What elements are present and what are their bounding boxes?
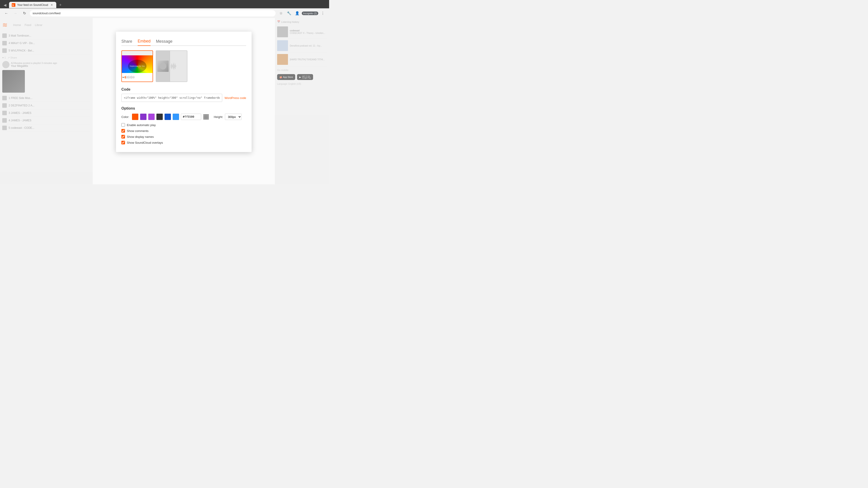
google-play-button[interactable]: ▶ GET IT ONGoogle Play (297, 74, 313, 80)
incognito-badge[interactable]: Incognito (2) (302, 11, 318, 15)
code-section: Code WordPress code (121, 88, 246, 102)
swatch-blue-dark[interactable] (164, 113, 171, 120)
color-options-row: Color: (121, 113, 246, 120)
show-comments-checkbox[interactable] (121, 129, 125, 133)
options-section: Options Color: (121, 106, 246, 144)
back-button[interactable]: ← (3, 10, 10, 17)
google-play-label: GET IT ONGoogle Play (302, 75, 311, 78)
right-sidebar: 📅 Listening history codeeast CODECAST X … (275, 18, 329, 184)
options-title: Options (121, 106, 246, 110)
left-sidebar: ≋ Home Feed Librar 3 Matt Tomlinson... 4… (0, 18, 93, 184)
color-grid-button[interactable] (203, 113, 209, 120)
feed-item-2: 4 MiKeY G VIP - Do... (2, 39, 90, 47)
code-row: WordPress code (121, 94, 246, 102)
url-input[interactable]: soundcloud.com/feed (33, 11, 273, 15)
swatch-orange[interactable] (132, 113, 138, 120)
main-content: Share Embed Message September (93, 18, 275, 184)
browser-tab-active[interactable]: S Your feed on SoundCloud ✕ (9, 2, 56, 8)
show-overlays-checkbox[interactable] (121, 141, 125, 144)
app-store-button[interactable]: 🍎 App Store (277, 74, 295, 80)
reload-button[interactable]: ↻ (21, 10, 28, 17)
swatch-purple-light[interactable] (148, 113, 155, 120)
tab-nav-back[interactable]: ◀ (2, 2, 8, 8)
code-title: Code (121, 88, 246, 92)
tab-bar: ◀ S Your feed on SoundCloud ✕ + (0, 0, 329, 8)
show-display-names-checkbox[interactable] (121, 135, 125, 138)
autoplay-checkbox[interactable] (121, 123, 125, 127)
tab-close-button[interactable]: ✕ (50, 3, 54, 7)
tab-title: Your feed on SoundCloud (17, 3, 48, 6)
forward-button[interactable]: → (12, 10, 19, 17)
listening-history-label: Listening history (281, 21, 299, 23)
secondary-artwork (156, 51, 170, 82)
menu-button[interactable]: ⋮ (319, 10, 327, 17)
sidebar-track-2: Densifora podcast vol. 11 - Icy... (277, 39, 327, 53)
new-tab-button[interactable]: + (57, 2, 64, 8)
checkbox-autoplay-row: Enable automatic play (121, 123, 246, 127)
player-previews: September for You ▶ (121, 51, 246, 82)
soundcloud-favicon: S (12, 3, 16, 7)
tab-share[interactable]: Share (121, 37, 132, 46)
tab-embed[interactable]: Embed (138, 37, 151, 46)
soundcloud-logo: ≋ (2, 20, 11, 29)
extensions-button[interactable]: 🔧 (285, 10, 293, 17)
svg-text:≋: ≋ (2, 22, 7, 29)
modal-container: Share Embed Message September (116, 32, 252, 152)
checkbox-display-names-row: Show display names (121, 135, 246, 138)
show-overlays-label[interactable]: Show SoundCloud overlays (127, 141, 163, 144)
app-store-label: App Store (283, 76, 293, 78)
wordpress-code-link[interactable]: WordPress code (224, 96, 246, 100)
height-select[interactable]: 166px 300px 450px 600px (225, 113, 242, 120)
checkbox-comments-row: Show comments (121, 129, 246, 133)
feed-item-6: 3 JAMES - JAMES (2, 109, 90, 117)
secondary-waveform (170, 51, 187, 82)
app-store-buttons: 🍎 App Store ▶ GET IT ONGoogle Play (277, 74, 327, 80)
player-preview-primary[interactable]: September for You ▶ (121, 51, 153, 82)
show-comments-label[interactable]: Show comments (127, 129, 149, 133)
url-bar[interactable]: soundcloud.com/feed (30, 10, 276, 17)
modal-overlay: Share Embed Message September (93, 18, 275, 184)
show-display-names-label[interactable]: Show display names (127, 135, 154, 138)
grid-icon (204, 114, 209, 120)
feed-item-4: 1 FREE Side Mus... (2, 94, 90, 102)
bookmark-button[interactable]: ☆ (277, 10, 285, 17)
swatch-blue-light[interactable] (173, 113, 179, 120)
color-label: Color: (121, 115, 129, 119)
svg-text:S: S (12, 4, 14, 6)
sidebar-track-3: [HARD TRUTH] TIIXEAND TITHI... (277, 53, 327, 66)
address-bar: ← → ↻ soundcloud.com/feed ☆ 🔧 👤 Incognit… (0, 8, 329, 18)
feed-item-7: 4 JAMES - JAMES (2, 117, 90, 124)
language-label: Language: English (US) (277, 83, 327, 85)
code-input[interactable] (121, 94, 222, 102)
feed-item-3: 5 WVLFPACK - Bel... (2, 47, 90, 55)
profile-button[interactable]: 👤 (293, 10, 301, 17)
go-mobile-label: Go mobile (277, 69, 327, 71)
sidebar-track-1: codeeast CODECAST X - Theory - Unrelen..… (277, 25, 327, 39)
modal-tabs: Share Embed Message (121, 37, 246, 46)
height-label: Height: (214, 115, 223, 119)
swatch-purple-dark[interactable] (140, 113, 147, 120)
player-preview-secondary[interactable] (156, 51, 187, 82)
checkbox-overlays-row: Show SoundCloud overlays (121, 141, 246, 144)
swatch-dark[interactable] (156, 113, 163, 120)
autoplay-label[interactable]: Enable automatic play (127, 123, 156, 127)
feed-item-1: 3 Matt Tomlinson... (2, 32, 90, 39)
browser-actions: ☆ 🔧 👤 Incognito (2) ⋮ (277, 10, 327, 17)
tab-message[interactable]: Message (156, 37, 173, 46)
feed-item-8: 5 codeeast - CODE... (2, 124, 90, 132)
feed-item-5: 2 DEZFIN4TED 2 A... (2, 102, 90, 109)
page-content: ≋ Home Feed Librar 3 Matt Tomlinson... 4… (0, 18, 329, 184)
color-hex-input[interactable] (181, 113, 201, 120)
browser-chrome: ◀ S Your feed on SoundCloud ✕ + ← → ↻ so… (0, 0, 329, 18)
